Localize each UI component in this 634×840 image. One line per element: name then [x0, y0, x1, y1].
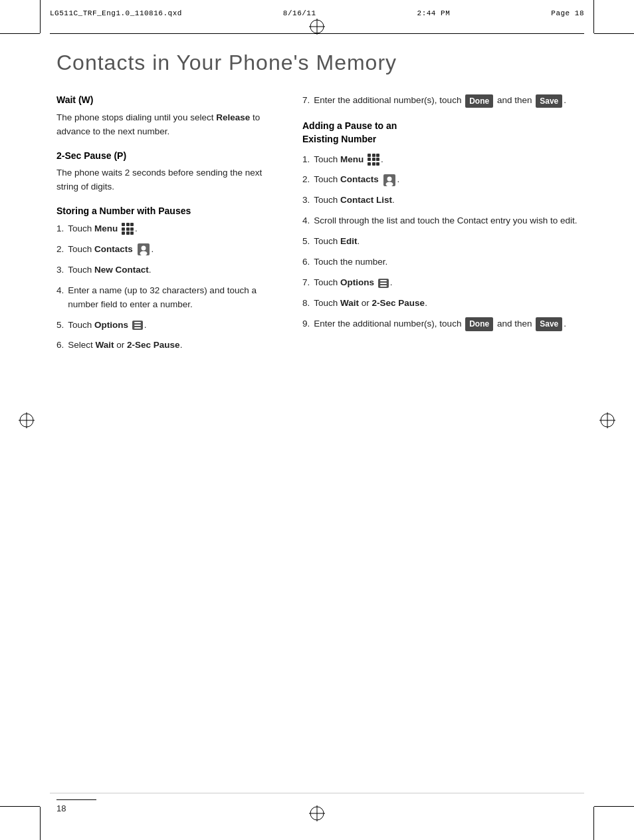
right-step-7-top: 7. Enter the additional number(s), touch…	[302, 94, 578, 108]
header-rule	[50, 33, 584, 34]
menu-icon	[122, 223, 134, 235]
right-step-3: 3. Touch Contact List.	[302, 194, 578, 208]
options-icon	[132, 321, 143, 330]
section-2sec-body: The phone waits 2 seconds before sending…	[56, 166, 282, 194]
crop-mark	[593, 807, 594, 840]
crop-mark	[0, 806, 40, 807]
right-step-8: 8. Touch Wait or 2-Sec Pause.	[302, 297, 578, 311]
header-time: 2:44 PM	[417, 9, 451, 17]
done-button-r9: Done	[465, 317, 493, 331]
section-wait-body: The phone stops dialing until you select…	[56, 111, 282, 139]
section-wait-heading: Wait (W)	[56, 94, 282, 107]
options-icon-r7	[378, 279, 389, 288]
page-title: Contacts in Your Phone's Memory	[56, 50, 578, 75]
header-page-ref: Page 18	[551, 9, 584, 17]
crop-mark	[594, 33, 634, 34]
left-step-2: 2. Touch Contacts .	[56, 243, 282, 257]
registration-mark-bottom	[309, 805, 325, 821]
right-step-1: 1. Touch Menu .	[302, 153, 578, 167]
left-step-1: 1. Touch Menu .	[56, 222, 282, 236]
right-step-4: 4. Scroll through the list and touch the…	[302, 214, 578, 228]
save-button-display: Save	[536, 94, 562, 108]
left-step-6: 6. Select Wait or 2-Sec Pause.	[56, 339, 282, 352]
svg-point-13	[141, 246, 146, 251]
contacts-icon-r2	[382, 173, 397, 187]
page-container: LG511C_TRF_Eng1.0_110816.qxd 8/16/11 2:4…	[0, 0, 634, 840]
left-step-4: 4. Enter a name (up to 32 characters) an…	[56, 284, 282, 312]
registration-mark-left	[19, 412, 35, 428]
section-storing-heading: Storing a Number with Pauses	[56, 205, 282, 218]
right-step-9: 9. Enter the additional number(s), touch…	[302, 317, 578, 331]
bottom-rule	[50, 793, 584, 793]
save-button-r9: Save	[536, 317, 562, 331]
menu-icon-r1	[368, 154, 379, 166]
left-step-3: 3. Touch New Contact.	[56, 263, 282, 277]
contacts-icon	[136, 243, 151, 257]
crop-mark	[593, 0, 594, 33]
right-column: 7. Enter the additional number(s), touch…	[302, 94, 578, 359]
page-number: 18	[56, 803, 66, 813]
footer-rule	[56, 799, 96, 800]
crop-mark	[0, 33, 40, 34]
left-step-5: 5. Touch Options .	[56, 319, 282, 333]
left-column: Wait (W) The phone stops dialing until y…	[56, 94, 282, 359]
section-adding-heading: Adding a Pause to an Existing Number	[302, 120, 578, 146]
crop-mark	[40, 807, 41, 840]
right-step-2: 2. Touch Contacts .	[302, 173, 578, 187]
registration-mark-right	[599, 412, 615, 428]
right-step-5: 5. Touch Edit.	[302, 235, 578, 249]
content-area: Contacts in Your Phone's Memory Wait (W)…	[56, 50, 578, 787]
right-step-7: 7. Touch Options .	[302, 276, 578, 290]
crop-mark	[594, 806, 634, 807]
header-date: 8/16/11	[283, 9, 316, 17]
crop-mark	[40, 0, 41, 33]
svg-point-16	[387, 176, 391, 181]
section-2sec-heading: 2-Sec Pause (P)	[56, 150, 282, 163]
header-filename: LG511C_TRF_Eng1.0_110816.qxd	[50, 9, 182, 17]
right-step-6: 6. Touch the number.	[302, 255, 578, 269]
registration-mark-top	[309, 19, 325, 35]
header-bar: LG511C_TRF_Eng1.0_110816.qxd 8/16/11 2:4…	[50, 9, 584, 17]
two-column-layout: Wait (W) The phone stops dialing until y…	[56, 94, 578, 359]
done-button-display: Done	[465, 94, 493, 108]
